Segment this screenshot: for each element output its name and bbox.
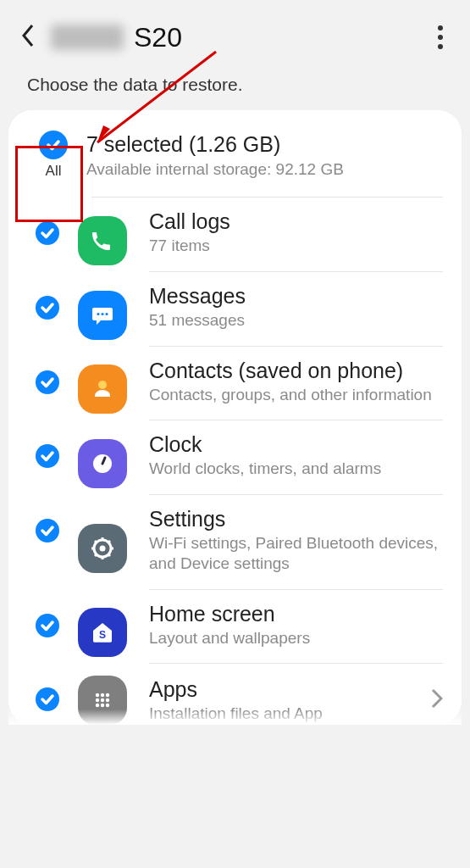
checkbox-apps[interactable]	[36, 687, 59, 711]
item-calllogs[interactable]: Call logs 77 items	[8, 198, 462, 272]
svg-line-13	[108, 554, 111, 556]
item-subtitle: Layout and wallpapers	[149, 628, 443, 648]
select-all-checkbox[interactable]	[39, 131, 68, 159]
restore-list-card: All 7 selected (1.26 GB) Available inter…	[8, 110, 462, 725]
divider	[149, 663, 443, 664]
svg-point-20	[96, 698, 99, 702]
svg-point-3	[98, 381, 107, 389]
item-subtitle: 77 items	[149, 236, 443, 256]
checkbox-settings[interactable]	[36, 519, 59, 542]
svg-line-12	[95, 541, 97, 543]
contacts-icon	[78, 364, 127, 414]
checkbox-contacts[interactable]	[36, 370, 59, 394]
item-messages[interactable]: Messages 51 messages	[8, 272, 462, 347]
phone-icon	[78, 216, 127, 265]
item-title: Call logs	[149, 209, 443, 234]
more-options-button[interactable]	[431, 19, 450, 56]
item-contacts[interactable]: Contacts (saved on phone) Contacts, grou…	[8, 347, 462, 421]
item-subtitle: Contacts, groups, and other information	[149, 385, 443, 405]
item-clock[interactable]: Clock World clocks, timers, and alarms	[8, 420, 462, 495]
svg-line-14	[108, 541, 111, 543]
device-name-suffix: S20	[134, 22, 182, 53]
item-title: Messages	[149, 284, 443, 309]
checkbox-homescreen[interactable]	[36, 614, 59, 637]
divider	[149, 494, 443, 495]
svg-point-23	[96, 704, 99, 707]
svg-point-7	[100, 545, 106, 551]
svg-point-2	[105, 313, 108, 315]
messages-icon	[78, 291, 127, 340]
item-title: Home screen	[149, 602, 443, 626]
svg-point-24	[101, 704, 104, 707]
item-subtitle: Wi-Fi settings, Paired Bluetooth devices…	[149, 533, 443, 574]
divider	[149, 589, 443, 590]
svg-point-0	[97, 313, 99, 315]
item-subtitle: 51 messages	[149, 310, 443, 331]
checkbox-calllogs[interactable]	[36, 221, 59, 245]
svg-line-15	[95, 554, 97, 556]
item-subtitle: World clocks, timers, and alarms	[149, 459, 443, 479]
item-settings[interactable]: Settings Wi-Fi settings, Paired Bluetoot…	[8, 495, 462, 590]
item-title: Contacts (saved on phone)	[149, 359, 443, 383]
svg-text:S: S	[99, 629, 106, 641]
svg-point-17	[96, 693, 99, 697]
checkbox-clock[interactable]	[36, 444, 59, 468]
select-all-label: All	[46, 163, 62, 180]
svg-point-1	[101, 313, 103, 315]
instruction-text: Choose the data to restore.	[0, 68, 470, 110]
clock-icon	[78, 439, 127, 488]
item-title: Apps	[149, 677, 424, 702]
item-homescreen[interactable]: S Home screen Layout and wallpapers	[8, 590, 462, 665]
home-icon: S	[78, 608, 127, 657]
chevron-right-icon[interactable]	[431, 688, 443, 712]
selection-summary-title: 7 selected (1.26 GB)	[86, 132, 344, 157]
divider	[149, 346, 443, 347]
back-button[interactable]	[20, 24, 36, 51]
selection-summary-subtitle: Available internal storage: 92.12 GB	[86, 160, 344, 179]
divider	[149, 271, 443, 272]
page-title: S20	[51, 22, 182, 53]
item-title: Settings	[149, 507, 443, 531]
item-title: Clock	[149, 432, 443, 457]
svg-point-19	[106, 693, 109, 697]
app-header: S20	[0, 0, 470, 68]
settings-icon	[78, 524, 127, 573]
select-all-row[interactable]: All 7 selected (1.26 GB) Available inter…	[8, 122, 462, 185]
divider	[149, 420, 443, 420]
svg-point-25	[106, 704, 109, 707]
device-name-redacted	[51, 25, 124, 50]
svg-point-21	[101, 698, 104, 702]
svg-point-22	[106, 698, 109, 702]
checkbox-messages[interactable]	[36, 296, 59, 320]
svg-point-18	[101, 693, 104, 697]
